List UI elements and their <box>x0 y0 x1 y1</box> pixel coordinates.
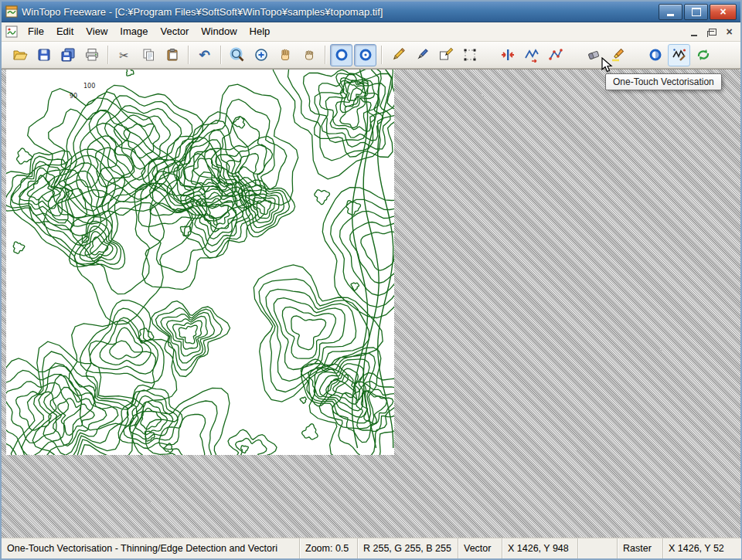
menu-image[interactable]: Image <box>114 23 154 40</box>
canvas-area[interactable]: 90 100 <box>2 69 740 538</box>
paste-button[interactable] <box>161 44 183 66</box>
close-icon: × <box>720 6 726 17</box>
status-vector-coords: X 1426, Y 948 <box>502 538 578 558</box>
window-title: WinTopo Freeware - [C:¥Program Files¥Sof… <box>22 6 659 18</box>
save-button[interactable] <box>32 44 55 66</box>
cut-button[interactable]: ✂ <box>113 44 135 66</box>
tooltip: One-Touch Vectorisation <box>605 73 722 90</box>
status-message: One-Touch Vectorisation - Thinning/Edge … <box>2 538 300 558</box>
paste-icon <box>165 48 179 62</box>
edge-detection-button[interactable] <box>520 44 543 66</box>
toolbar: ✂ ↶ <box>2 42 740 69</box>
undo-button[interactable]: ↶ <box>193 44 216 66</box>
maximize-icon <box>692 8 701 16</box>
menu-help[interactable]: Help <box>243 23 277 40</box>
run-conversion-button[interactable] <box>692 44 714 66</box>
view-raster-toggle[interactable] <box>330 44 352 66</box>
status-rgb: R 255, G 255, B 255 <box>358 538 458 558</box>
brush-icon <box>414 47 430 63</box>
menu-bar: File Edit View Image Vector Window Help … <box>2 22 740 42</box>
elevation-label: 100 <box>83 83 95 90</box>
save-all-icon <box>60 47 76 63</box>
thinning-icon <box>500 47 516 63</box>
copy-icon <box>141 48 155 62</box>
zoom-in-icon <box>254 48 268 62</box>
status-vector-label: Vector <box>458 538 502 558</box>
zoom-in-button[interactable] <box>250 44 272 66</box>
edit-pen-icon <box>438 47 454 63</box>
status-raster-label: Raster <box>618 538 663 558</box>
status-raster-coords: X 1426, Y 52 <box>663 538 740 558</box>
menu-edit[interactable]: Edit <box>50 23 80 40</box>
one-touch-wand-icon <box>672 47 687 63</box>
elevation-label: 90 <box>70 93 77 100</box>
edge-detection-icon <box>524 47 539 63</box>
status-zoom: Zoom: 0.5 <box>300 538 358 558</box>
select-area-icon <box>462 47 478 63</box>
toolbar-separator <box>188 46 189 64</box>
magnifier-icon <box>230 47 245 63</box>
hand-icon <box>278 48 292 62</box>
print-icon <box>84 47 100 63</box>
maximize-button[interactable] <box>684 4 708 20</box>
undo-icon: ↶ <box>199 49 209 62</box>
document-icon <box>5 25 18 38</box>
minimize-button[interactable] <box>659 4 682 20</box>
edit-pen-button[interactable] <box>434 44 457 66</box>
mouse-cursor <box>601 57 614 74</box>
pencil-icon <box>390 47 406 63</box>
child-restore-icon <box>709 29 716 36</box>
app-window: WinTopo Freeware - [C:¥Program Files¥Sof… <box>0 0 742 560</box>
child-close-button[interactable]: × <box>720 24 738 39</box>
minimize-icon <box>667 14 674 16</box>
toolbar-separator <box>325 46 325 64</box>
scissors-icon: ✂ <box>119 49 129 61</box>
toolbar-separator <box>220 46 221 64</box>
status-bar: One-Touch Vectorisation - Thinning/Edge … <box>2 538 740 558</box>
child-minimize-icon <box>691 35 697 36</box>
app-icon <box>5 5 18 18</box>
child-close-icon: × <box>726 26 732 37</box>
grab-hand-icon <box>302 48 316 62</box>
toolbar-separator <box>107 46 108 64</box>
zoom-tool-button[interactable] <box>226 44 248 66</box>
eraser-icon <box>586 47 601 63</box>
menu-view[interactable]: View <box>80 23 114 40</box>
topo-image[interactable]: 90 100 <box>6 70 394 455</box>
one-touch-vectorisation-button[interactable] <box>668 44 690 66</box>
open-folder-icon <box>12 47 28 63</box>
menu-file[interactable]: File <box>22 23 50 40</box>
vectorise-icon <box>548 47 563 63</box>
overlay-view-button[interactable] <box>644 44 666 66</box>
brush-tool-button[interactable] <box>410 44 433 66</box>
vector-view-icon <box>359 48 373 62</box>
raster-view-icon <box>335 48 349 62</box>
save-icon <box>37 48 51 62</box>
green-arrows-icon <box>696 47 711 63</box>
child-restore-button[interactable] <box>703 24 720 39</box>
close-button[interactable]: × <box>710 4 737 20</box>
copy-button[interactable] <box>137 44 159 66</box>
contour-map <box>6 70 394 455</box>
title-bar[interactable]: WinTopo Freeware - [C:¥Program Files¥Sof… <box>2 2 740 22</box>
view-vector-toggle[interactable] <box>354 44 376 66</box>
menu-window[interactable]: Window <box>195 23 243 40</box>
thinning-button[interactable] <box>496 44 519 66</box>
grab-hand-button[interactable] <box>298 44 320 66</box>
pencil-tool-button[interactable] <box>386 44 409 66</box>
toolbar-separator <box>381 46 382 64</box>
child-minimize-button[interactable] <box>685 24 703 39</box>
vectorise-button[interactable] <box>544 44 567 66</box>
print-button[interactable] <box>80 44 103 66</box>
pan-hand-button[interactable] <box>274 44 296 66</box>
menu-vector[interactable]: Vector <box>154 23 195 40</box>
status-blank <box>578 538 618 558</box>
overlay-view-icon <box>648 48 662 62</box>
save-all-button[interactable] <box>56 44 79 66</box>
open-button[interactable] <box>9 44 31 66</box>
select-area-button[interactable] <box>458 44 481 66</box>
